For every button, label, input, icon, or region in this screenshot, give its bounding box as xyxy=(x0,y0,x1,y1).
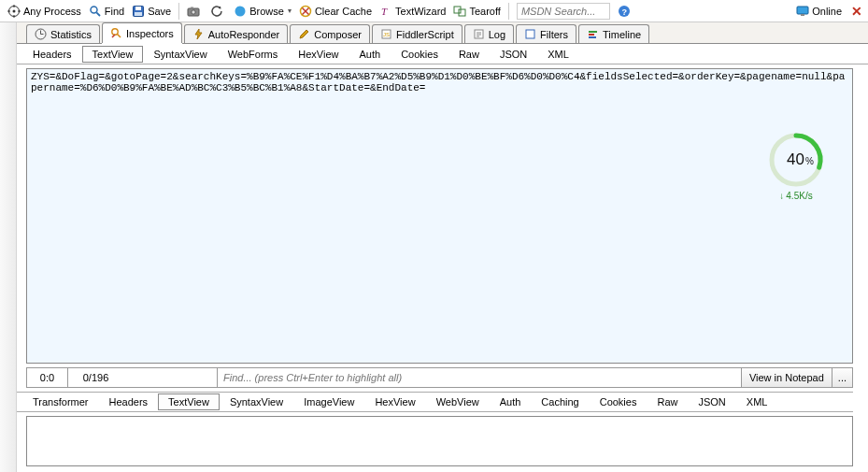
tab-inspectors-label: Inspectors xyxy=(126,28,174,39)
svg-line-7 xyxy=(96,12,100,16)
clear-cache-button[interactable]: Clear Cache xyxy=(295,2,376,21)
msdn-search-input[interactable] xyxy=(517,3,610,20)
find-gap xyxy=(123,367,217,388)
close-button[interactable]: ✕ xyxy=(851,4,862,19)
screenshot-button[interactable] xyxy=(183,2,206,21)
clear-cache-label: Clear Cache xyxy=(315,6,372,17)
resptab-syntaxview[interactable]: SyntaxView xyxy=(220,393,293,410)
resptab-raw[interactable]: Raw xyxy=(647,393,688,410)
resptab-headers[interactable]: Headers xyxy=(99,393,159,410)
tab-statistics[interactable]: Statistics xyxy=(26,24,100,43)
textwizard-button[interactable]: T TextWizard xyxy=(376,2,449,21)
camera-icon xyxy=(187,5,200,18)
tab-autoresponder[interactable]: AutoResponder xyxy=(184,24,288,43)
tab-inspectors[interactable]: Inspectors xyxy=(102,22,182,43)
browse-button[interactable]: Browse ▾ xyxy=(230,2,295,21)
gauge-percent: 40 xyxy=(787,150,804,168)
tearoff-label: Tearoff xyxy=(469,6,500,17)
resptab-transformer[interactable]: Transformer xyxy=(22,393,99,410)
textwizard-icon: T xyxy=(379,5,392,18)
any-process-button[interactable]: Any Process xyxy=(4,2,85,21)
clock-icon xyxy=(35,28,47,40)
view-in-notepad-button[interactable]: View in Notepad xyxy=(742,367,832,388)
resptab-xml[interactable]: XML xyxy=(736,393,778,410)
resptab-hexview[interactable]: HexView xyxy=(364,393,425,410)
gauge-rate: ↓ 4.5K/s xyxy=(763,191,829,201)
find-match-count: 0/196 xyxy=(67,367,123,388)
resptab-webview[interactable]: WebView xyxy=(426,393,490,410)
textwizard-label: TextWizard xyxy=(395,6,446,17)
primary-tab-strip: Statistics Inspectors AutoResponder Comp… xyxy=(17,22,868,44)
reqtab-raw[interactable]: Raw xyxy=(448,46,490,63)
svg-rect-37 xyxy=(526,30,534,38)
tab-log[interactable]: Log xyxy=(464,24,514,43)
tab-filters-label: Filters xyxy=(540,29,568,40)
reqtab-webforms[interactable]: WebForms xyxy=(218,46,289,63)
any-process-label: Any Process xyxy=(23,6,81,17)
resptab-cookies[interactable]: Cookies xyxy=(590,393,647,410)
help-button[interactable]: ? xyxy=(614,2,637,21)
svg-rect-23 xyxy=(797,7,808,14)
refresh-button[interactable] xyxy=(206,2,230,21)
save-button[interactable]: Save xyxy=(128,2,175,21)
checkbox-icon xyxy=(524,28,536,40)
svg-line-29 xyxy=(118,35,121,38)
inspect-icon xyxy=(110,27,122,39)
reqtab-syntaxview[interactable]: SyntaxView xyxy=(143,46,217,63)
svg-point-6 xyxy=(91,7,97,13)
svg-point-12 xyxy=(192,9,195,13)
log-icon xyxy=(473,28,485,40)
dropdown-arrow-icon: ▾ xyxy=(288,7,292,15)
refresh-icon xyxy=(210,5,223,18)
left-gutter xyxy=(0,22,17,472)
svg-point-28 xyxy=(112,29,118,35)
tearoff-icon xyxy=(453,5,466,18)
help-icon: ? xyxy=(618,5,631,18)
save-icon xyxy=(132,5,145,18)
tab-fiddlerscript[interactable]: JS FiddlerScript xyxy=(372,24,462,43)
request-subtab-strip: Headers TextView SyntaxView WebForms Hex… xyxy=(17,44,868,64)
tab-autoresponder-label: AutoResponder xyxy=(208,29,279,40)
toolbar-right: Online ✕ xyxy=(792,0,862,22)
find-button[interactable]: Find xyxy=(85,2,128,21)
resptab-imageview[interactable]: ImageView xyxy=(293,393,364,410)
timeline-icon xyxy=(587,28,599,40)
speed-gauge: 40 % ↓ 4.5K/s xyxy=(763,130,829,201)
response-body-textview[interactable] xyxy=(26,416,853,466)
clear-cache-icon xyxy=(299,5,312,18)
reqtab-textview[interactable]: TextView xyxy=(82,46,144,63)
reqtab-json[interactable]: JSON xyxy=(490,46,537,63)
find-more-button[interactable]: ... xyxy=(832,367,853,388)
reqtab-xml[interactable]: XML xyxy=(537,46,579,63)
reqtab-auth[interactable]: Auth xyxy=(349,46,391,63)
gauge-ring-icon: 40 % xyxy=(766,130,826,190)
find-input[interactable] xyxy=(217,367,742,388)
tab-timeline[interactable]: Timeline xyxy=(578,24,649,43)
resptab-auth[interactable]: Auth xyxy=(490,393,532,410)
toolbar-sep xyxy=(508,3,509,20)
find-label: Find xyxy=(105,6,124,17)
reqtab-hexview[interactable]: HexView xyxy=(288,46,349,63)
svg-text:T: T xyxy=(381,6,388,17)
svg-rect-9 xyxy=(135,7,141,10)
save-label: Save xyxy=(148,6,171,17)
resptab-textview[interactable]: TextView xyxy=(158,393,220,410)
resptab-caching[interactable]: Caching xyxy=(531,393,589,410)
tab-filters[interactable]: Filters xyxy=(516,24,576,43)
resptab-json[interactable]: JSON xyxy=(688,393,735,410)
inspector-body: ZYS=&DoFlag=&gotoPage=2&searchKeys=%B9%F… xyxy=(17,64,862,472)
svg-rect-13 xyxy=(191,7,193,8)
find-row: 0:0 0/196 View in Notepad ... xyxy=(26,367,853,388)
tab-timeline-label: Timeline xyxy=(603,29,641,40)
script-icon: JS xyxy=(380,28,392,40)
tab-fiddlerscript-label: FiddlerScript xyxy=(396,29,454,40)
reqtab-cookies[interactable]: Cookies xyxy=(391,46,448,63)
pencil-icon xyxy=(298,28,310,40)
svg-rect-24 xyxy=(801,14,804,16)
request-body-textview[interactable]: ZYS=&DoFlag=&gotoPage=2&searchKeys=%B9%F… xyxy=(26,68,853,364)
reqtab-headers[interactable]: Headers xyxy=(22,46,82,63)
online-indicator[interactable]: Online xyxy=(792,2,846,21)
tab-composer[interactable]: Composer xyxy=(290,24,370,43)
tab-composer-label: Composer xyxy=(314,29,362,40)
tearoff-button[interactable]: Tearoff xyxy=(449,2,504,21)
